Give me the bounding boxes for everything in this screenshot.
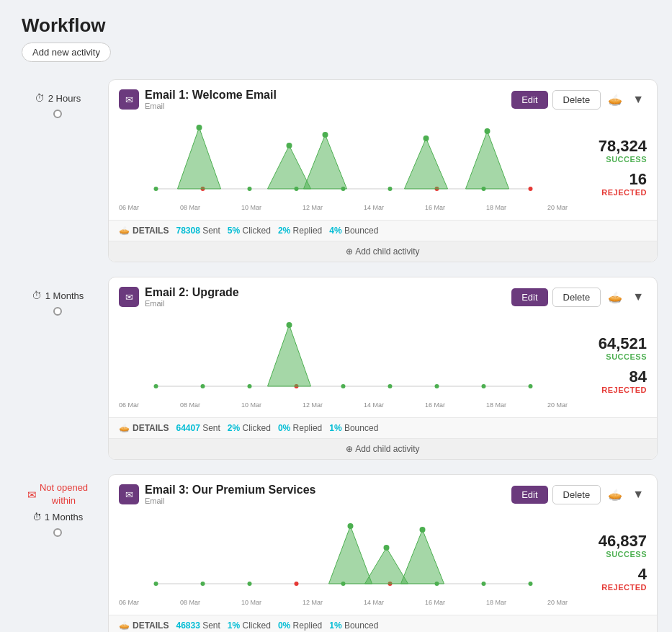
svg-marker-44: [365, 548, 408, 584]
rejected-count-3: 4: [638, 566, 647, 583]
svg-point-25: [341, 384, 346, 388]
activity-trigger-3: ✉ Not openedwithin ⏱ 1 Months: [14, 474, 108, 537]
chart-svg-3: [119, 515, 568, 595]
success-count-3: 46,837: [599, 533, 647, 550]
card-header-2: ✉ Email 2: Upgrade Email Edit Delete 🥧 ▼: [109, 277, 657, 312]
chart-svg-1: [119, 120, 568, 200]
card-footer-1: 🥧 DETAILS 78308 Sent 5% Clicked 2% Repli…: [109, 220, 657, 241]
activity-trigger-1: ⏱ 2 Hours: [14, 79, 108, 118]
add-child-button-1[interactable]: ⊕ Add child activity: [109, 241, 657, 262]
card-title-area-2: Email 2: Upgrade Email: [145, 286, 506, 308]
pie-icon-footer-3: 🥧: [119, 620, 130, 631]
email-type-2: Email: [145, 299, 506, 308]
svg-point-13: [287, 143, 292, 148]
filter-button-1[interactable]: ▼: [630, 91, 647, 108]
activity-card-1: ✉ Email 1: Welcome Email Email Edit Dele…: [108, 79, 658, 262]
filter-button-2[interactable]: ▼: [630, 288, 647, 306]
bounced-stat-3: 1% Bounced: [329, 620, 378, 631]
svg-point-40: [482, 582, 486, 586]
chart-dates-1: 06 Mar 08 Mar 10 Mar 12 Mar 14 Mar 16 Ma…: [119, 204, 568, 211]
svg-point-22: [201, 384, 205, 388]
pie-chart-button-3[interactable]: 🥧: [605, 486, 625, 504]
stats-area-3: 46,837 SUCCESS 4 REJECTED: [568, 515, 647, 609]
footer-details-3[interactable]: 🥧 DETAILS: [119, 620, 169, 631]
svg-point-3: [248, 187, 252, 191]
chart-area-3: 06 Mar 08 Mar 10 Mar 12 Mar 14 Mar 16 Ma…: [119, 515, 568, 609]
card-actions-3: Edit Delete 🥧 ▼: [511, 485, 647, 504]
card-actions-2: Edit Delete 🥧 ▼: [511, 288, 647, 307]
svg-point-15: [323, 132, 328, 138]
card-actions-1: Edit Delete 🥧 ▼: [511, 90, 647, 110]
replied-stat-3: 0% Replied: [278, 620, 322, 631]
trigger-dot-1: [53, 110, 62, 118]
pie-icon-footer-2: 🥧: [119, 423, 130, 433]
svg-point-41: [529, 582, 533, 586]
success-label-1: SUCCESS: [606, 155, 647, 164]
rejected-count-2: 84: [630, 368, 647, 386]
svg-point-31: [287, 322, 292, 328]
edit-button-3[interactable]: Edit: [511, 486, 547, 504]
svg-point-43: [348, 523, 354, 529]
trigger-label-2: ⏱ 1 Months: [32, 290, 84, 301]
footer-details-2[interactable]: 🥧 DETAILS: [119, 423, 169, 433]
svg-marker-30: [268, 325, 311, 386]
activity-row-1: ⏱ 2 Hours ✉ Email 1: Welcome Email Email…: [14, 79, 658, 277]
edit-button-2[interactable]: Edit: [511, 288, 547, 306]
clock-icon-3: ⏱: [32, 512, 42, 522]
page-title: Workflow: [22, 14, 658, 37]
sent-stat-1: 78308 Sent: [176, 226, 220, 236]
card-footer-3: 🥧 DETAILS 46833 Sent 1% Clicked 0% Repli…: [109, 615, 657, 632]
card-title-area-1: Email 1: Welcome Email Email: [145, 89, 506, 110]
pie-chart-button-2[interactable]: 🥧: [605, 288, 625, 306]
sent-stat-3: 46833 Sent: [176, 620, 220, 631]
footer-details-1[interactable]: 🥧 DETAILS: [119, 226, 169, 236]
replied-stat-2: 0% Replied: [278, 423, 322, 433]
svg-point-35: [248, 582, 252, 586]
rejected-count-1: 16: [630, 171, 647, 188]
trigger-dot-2: [53, 307, 62, 316]
sent-stat-2: 64407 Sent: [176, 423, 220, 433]
trigger-time-2: 1 Months: [45, 290, 84, 301]
edit-button-1[interactable]: Edit: [511, 91, 547, 109]
email-title-2: Email 2: Upgrade: [145, 286, 506, 299]
svg-marker-46: [401, 530, 444, 584]
replied-stat-1: 2% Replied: [278, 226, 322, 236]
rejected-label-2: REJECTED: [601, 386, 647, 394]
svg-point-45: [384, 545, 390, 551]
svg-point-23: [248, 384, 252, 388]
not-opened-label: ✉ Not openedwithin: [27, 481, 88, 507]
success-count-2: 64,521: [599, 335, 647, 352]
email-icon-3: ✉: [119, 484, 139, 504]
card-title-area-3: Email 3: Our Premium Services Email: [145, 484, 506, 505]
add-new-activity-button[interactable]: Add new activity: [22, 43, 111, 62]
activity-card-3: ✉ Email 3: Our Premium Services Email Ed…: [108, 474, 658, 632]
details-label-3: DETAILS: [133, 620, 169, 631]
svg-point-21: [154, 384, 158, 388]
card-footer-2: 🥧 DETAILS 64407 Sent 2% Clicked 0% Repli…: [109, 417, 657, 438]
add-child-button-2[interactable]: ⊕ Add child activity: [109, 438, 657, 459]
activity-card-2: ✉ Email 2: Upgrade Email Edit Delete 🥧 ▼: [108, 277, 658, 460]
email-title-1: Email 1: Welcome Email: [145, 89, 506, 102]
svg-point-27: [435, 384, 439, 388]
card-body-2: 06 Mar 08 Mar 10 Mar 12 Mar 14 Mar 16 Ma…: [109, 312, 657, 417]
success-count-1: 78,324: [599, 138, 647, 155]
svg-point-34: [201, 582, 205, 586]
pie-chart-button-1[interactable]: 🥧: [605, 91, 625, 109]
svg-point-6: [388, 187, 393, 191]
trigger-time-1: 2 Hours: [48, 93, 81, 104]
card-header-1: ✉ Email 1: Welcome Email Email Edit Dele…: [109, 80, 657, 115]
success-label-3: SUCCESS: [606, 550, 647, 558]
filter-button-3[interactable]: ▼: [630, 486, 647, 503]
bounced-stat-2: 1% Bounced: [329, 423, 378, 433]
svg-marker-14: [304, 135, 347, 189]
activity-row-2: ⏱ 1 Months ✉ Email 2: Upgrade Email Edit…: [14, 277, 658, 474]
delete-button-1[interactable]: Delete: [552, 90, 601, 110]
chart-dates-2: 06 Mar 08 Mar 10 Mar 12 Mar 14 Mar 16 Ma…: [119, 401, 568, 409]
svg-marker-10: [178, 128, 221, 189]
svg-point-26: [388, 384, 393, 388]
svg-marker-42: [329, 526, 372, 584]
svg-point-29: [529, 384, 533, 388]
delete-button-3[interactable]: Delete: [552, 485, 601, 504]
delete-button-2[interactable]: Delete: [552, 288, 601, 307]
activity-trigger-2: ⏱ 1 Months: [14, 277, 108, 316]
